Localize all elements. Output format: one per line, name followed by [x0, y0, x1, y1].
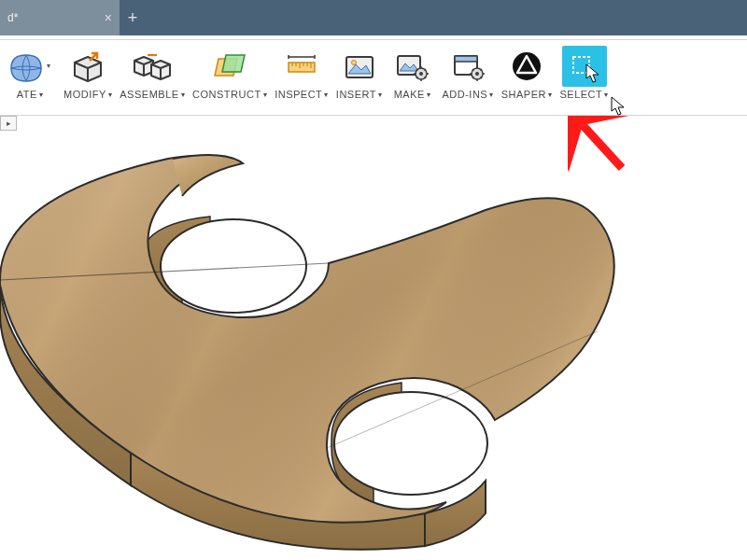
make-label: MAKE: [394, 89, 425, 100]
svg-point-9: [475, 72, 479, 76]
plus-icon: +: [128, 8, 138, 28]
shaper-logo-icon: [504, 46, 549, 87]
modify-label: MODIFY: [63, 89, 106, 100]
assemble-button[interactable]: ASSEMBLE▾: [116, 40, 189, 115]
document-tab-label: d*: [7, 11, 18, 24]
two-parts-icon: [130, 46, 175, 87]
window-gear-icon: [445, 46, 490, 87]
new-tab-button[interactable]: +: [120, 0, 146, 35]
shaper-button[interactable]: SHAPER▾: [498, 40, 557, 115]
create-label: ATE: [17, 89, 37, 100]
modify-button[interactable]: MODIFY▾: [60, 40, 116, 115]
make-button[interactable]: MAKE▾: [386, 40, 438, 115]
svg-point-14: [334, 392, 487, 495]
insert-button[interactable]: INSERT▾: [332, 40, 387, 115]
svg-rect-1: [346, 57, 373, 77]
construct-label: CONSTRUCT: [192, 89, 261, 100]
shaper-label: SHAPER: [501, 89, 546, 100]
chevron-right-icon: ▸: [7, 119, 11, 128]
chevron-down-icon: ▾: [108, 91, 113, 99]
chevron-down-icon: ▾: [489, 91, 494, 99]
globe-solid-icon: [4, 46, 49, 87]
inspect-label: INSPECT: [275, 89, 322, 100]
chevron-down-icon: ▾: [263, 91, 268, 99]
chevron-down-icon: ▾: [548, 91, 553, 99]
svg-point-5: [419, 72, 423, 76]
picture-icon: [337, 46, 382, 87]
history-chip[interactable]: ▸: [0, 116, 17, 131]
close-icon[interactable]: ×: [105, 11, 112, 24]
addins-label: ADD-INS: [442, 89, 487, 100]
svg-rect-7: [455, 56, 477, 62]
chevron-down-icon: ▾: [39, 91, 44, 99]
create-button[interactable]: ▾ATE▾: [0, 40, 60, 115]
construct-button[interactable]: CONSTRUCT▾: [189, 40, 271, 115]
chevron-down-icon: ▾: [324, 91, 329, 99]
inspect-button[interactable]: INSPECT▾: [271, 40, 332, 115]
assemble-label: ASSEMBLE: [120, 89, 178, 100]
chevron-down-icon: ▾: [604, 91, 609, 99]
ruler-icon: [279, 46, 324, 87]
svg-point-2: [351, 61, 356, 65]
secondary-bar: ▸: [0, 116, 747, 131]
select-arrow-icon: [562, 46, 607, 87]
chevron-down-icon: ▾: [378, 91, 383, 99]
document-tab[interactable]: d* ×: [0, 0, 120, 35]
box-press-icon: [65, 46, 110, 87]
addins-button[interactable]: ADD-INS▾: [438, 40, 497, 115]
chevron-down-icon: ▾: [427, 91, 431, 99]
select-button[interactable]: SELECT▾: [556, 40, 612, 115]
titlebar: d* × +: [0, 0, 747, 35]
dropdown-caret-icon[interactable]: ▾: [47, 62, 56, 71]
select-label: SELECT: [559, 89, 602, 100]
planes-icon: [207, 46, 252, 87]
model-wooden-part: [0, 131, 747, 560]
viewport-canvas[interactable]: [0, 131, 747, 560]
picture-gear-icon: [389, 46, 434, 87]
chevron-down-icon: ▾: [181, 91, 186, 99]
toolbar-ribbon: ▾ATE▾ MODIFY▾ ASSEMBLE▾ CONSTRUCT▾ INSPE…: [0, 39, 747, 116]
insert-label: INSERT: [336, 89, 376, 100]
